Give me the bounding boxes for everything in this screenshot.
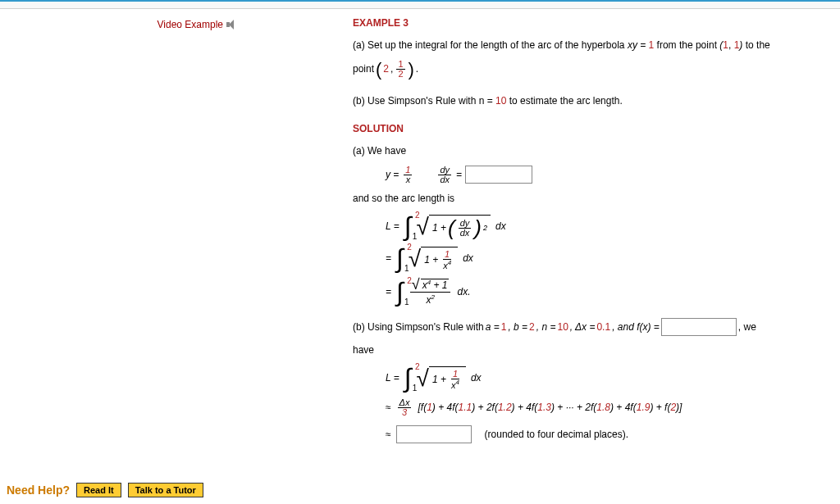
top-bar: [0, 0, 840, 9]
have-line: have: [353, 343, 824, 358]
result-input[interactable]: [396, 425, 472, 443]
video-example-link[interactable]: Video Example: [158, 19, 239, 30]
arc-length-integral-1: L = ∫ 2 1 √ 1 + ( dy dx ) 2: [386, 215, 824, 238]
arc-length-integral-2: = ∫ 2 1 √ 1 + 1 x4 dx: [386, 247, 824, 270]
fx-input[interactable]: [661, 318, 737, 336]
part-b-setup: (b) Using Simpson's Rule with a = 1 , b …: [353, 318, 824, 336]
left-column: Video Example: [0, 16, 353, 30]
video-example-text: Video Example: [158, 19, 224, 30]
point-line: point ( 2 , 1 2 ) .: [353, 60, 824, 79]
simpson-expansion: ≈ Δx 3 [f(1) + 4f(1.1) + 2f(1.2) + 4f(1.…: [386, 398, 824, 417]
content-column: EXAMPLE 3 (a) Set up the integral for th…: [353, 16, 840, 452]
and-so: and so the arc length is: [353, 191, 824, 207]
y-equation: y = 1 x dy dx =: [386, 166, 824, 184]
example-title: EXAMPLE 3: [353, 16, 824, 31]
solution-label: SOLUTION: [353, 121, 824, 137]
arc-length-integral-3: = ∫ 2 1 √ x4 + 1 x2 dx.: [386, 279, 824, 305]
page: Video Example EXAMPLE 3 (a) Set up the i…: [0, 9, 840, 452]
simpson-integral: L = ∫ 2 1 √ 1 + 1 x4 dx: [386, 366, 824, 390]
part-a-prompt: (a) Set up the integral for the length o…: [353, 38, 824, 53]
dydx-input[interactable]: [465, 166, 532, 184]
part-b-prompt: (b) Use Simpson's Rule with n = 10 to es…: [353, 93, 824, 109]
speaker-icon: [226, 20, 238, 30]
result-line: ≈ (rounded to four decimal places).: [386, 425, 824, 443]
a-we-have: (a) We have: [353, 143, 824, 159]
